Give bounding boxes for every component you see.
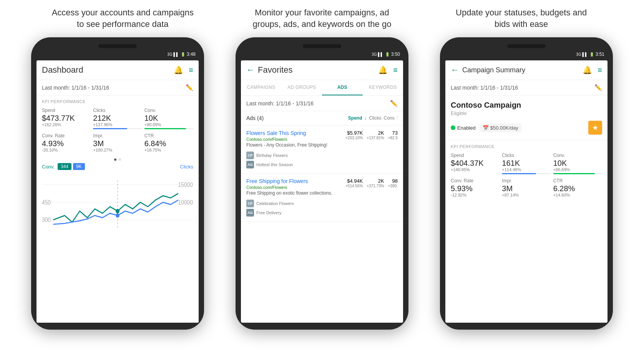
chart-svg-1: 450 300 15000 10000 — [42, 172, 193, 233]
header-icons-1: 🔔 ≡ — [174, 65, 193, 75]
ad-metric-conv-2: 98 +390. — [388, 178, 398, 188]
battery-icon-2: 🔋 — [385, 52, 390, 57]
ad-url-2: Contoso.com/Flowers — [246, 185, 344, 190]
kpi-spend-change: +162.26% — [42, 122, 91, 127]
kpi-clicks-bar — [93, 128, 142, 129]
phone-top-1: 3G ▌▌ 🔋 3:48 — [37, 44, 199, 58]
ad-tags-2: CP Celebration Flowers AG Free Delivery — [246, 200, 398, 217]
ad-metric-spend-2: $4.94K +514.56% — [345, 178, 363, 188]
phone-3: 3G ▌▌ 🔋 3:51 ← Campaign Summary 🔔 ≡ Last… — [440, 37, 613, 330]
kpi-convrate-1: Conv. Rate 4.93% -20.10% — [42, 133, 91, 152]
green-dot — [451, 125, 455, 130]
kpi-conv-1: Conv. 10K +90.09% — [144, 108, 193, 129]
ad-title-2[interactable]: Free Shipping for Flowers — [246, 178, 344, 184]
header-title-1: Dashboard — [42, 65, 174, 75]
screen-1: Dashboard 🔔 ≡ Last month: 1/1/16 - 1/31/… — [37, 60, 199, 323]
menu-icon-1[interactable]: ≡ — [189, 66, 193, 75]
kpi3-clicks-bar — [502, 173, 551, 174]
tab-keywords[interactable]: KEYWORDS — [363, 80, 403, 95]
kpi-clicks-change: +137.96% — [93, 122, 142, 127]
ad-title-1[interactable]: Flowers Sale This Spring — [246, 130, 344, 136]
phone-2: 3G ▌▌ 🔋 3:50 ← Favorites 🔔 ≡ CAMPAIGNS A… — [236, 37, 408, 330]
tag-label-cp-1: Birthday Flowers — [256, 153, 288, 158]
back-icon-3[interactable]: ← — [451, 65, 459, 75]
kpi-grid-3: Spend $404.37K +140.95% Clicks 161K +114… — [451, 153, 602, 197]
time-2: 3:50 — [391, 52, 400, 57]
budget-badge: 📅 $50.00K/day — [480, 123, 521, 132]
ad-item-2: Free Shipping for Flowers Contoso.com/Fl… — [241, 173, 403, 222]
sort-arrow[interactable]: ↓ — [365, 115, 367, 121]
caption-1: Access your accounts and campaigns to se… — [30, 7, 215, 30]
tab-ads[interactable]: ADS — [322, 80, 363, 95]
date-bar-3: Last month: 1/1/16 - 1/31/16 ✏️ — [445, 80, 607, 95]
tag-label-ag-1: Hottest this Season — [256, 162, 293, 167]
tab-adgroups[interactable]: AD GROUPS — [282, 80, 322, 95]
bell-icon-3[interactable]: 🔔 — [583, 65, 592, 75]
kpi-convrate-change: -20.10% — [42, 148, 91, 152]
speaker-2 — [303, 44, 341, 48]
caption-3: Update your statuses, budgets and bids w… — [429, 7, 614, 30]
enabled-label: Enabled — [457, 125, 476, 131]
campaign-summary: Contoso Campaign Eligible Enabled 📅 $50.… — [445, 95, 607, 140]
tag-label-ag-2: Free Delivery — [256, 210, 281, 215]
tag-badge-cp-1: CP — [246, 152, 254, 159]
edit-icon-1[interactable]: ✏️ — [186, 84, 193, 91]
star-button[interactable]: ★ — [588, 121, 602, 135]
chart-area-1: Conv. 344 9K Clicks 450 300 15 — [37, 163, 199, 323]
status-bar-3: 3G ▌▌ 🔋 3:51 — [445, 50, 607, 58]
app-header-1: Dashboard 🔔 ≡ — [37, 60, 199, 80]
kpi3-ctr: CTR 6.28% +14.60% — [553, 178, 602, 197]
kpi-impr-name: Impr. — [93, 133, 142, 138]
dot-1 — [114, 158, 116, 161]
conv-legend: Conv. — [42, 164, 55, 170]
kpi-spend-value: $473.77K — [42, 114, 91, 122]
tag-label-cp-2: Celebration Flowers — [256, 201, 294, 206]
signal-icon: 3G ▌▌ — [167, 52, 179, 57]
kpi-clicks-name: Clicks — [93, 108, 142, 113]
ad-desc-1: Flowers - Any Occasion, Free Shipping! — [246, 142, 344, 148]
battery-icon-3: 🔋 — [589, 52, 594, 57]
bell-icon-2[interactable]: 🔔 — [378, 65, 388, 75]
back-icon-2[interactable]: ← — [246, 65, 255, 75]
signal-icon-3: 3G ▌▌ — [576, 52, 588, 57]
ads-count: Ads (4) — [246, 115, 264, 121]
budget-value: $50.00K/day — [490, 125, 518, 131]
status-bar-1: 3G ▌▌ 🔋 3:48 — [37, 50, 199, 58]
kpi-spend-name: Spend — [42, 108, 91, 113]
phones-container: 3G ▌▌ 🔋 3:48 Dashboard 🔔 ≡ Last month: 1… — [0, 37, 644, 330]
svg-text:15000: 15000 — [178, 181, 193, 188]
col-conv: Conv. — [384, 115, 398, 121]
kpi-grid-1: Spend $473.77K +162.26% Clicks 212K +137… — [42, 108, 193, 152]
kpi-impr-1: Impr. 3M +100.27% — [93, 133, 142, 152]
time-1: 3:48 — [187, 52, 196, 57]
kpi-section-3: KPI PERFORMANCE Spend $404.37K +140.95% … — [445, 140, 607, 201]
col-spend: Spend — [348, 115, 362, 121]
menu-icon-3[interactable]: ≡ — [598, 66, 602, 75]
phone-top-3: 3G ▌▌ 🔋 3:51 — [445, 44, 607, 58]
kpi-ctr-name: CTR — [144, 133, 193, 138]
header-icons-2: 🔔 ≡ — [378, 65, 398, 75]
ads-header-2: Ads (4) Spend ↓ Clicks Conv. — [241, 111, 403, 125]
bell-icon-1[interactable]: 🔔 — [174, 65, 183, 75]
svg-point-8 — [116, 209, 120, 213]
speaker-3 — [507, 44, 546, 48]
date-bar-2: Last month: 1/1/16 - 1/31/16 ✏️ — [241, 96, 403, 111]
tag-badge-ag-2: AG — [246, 209, 254, 217]
edit-icon-3[interactable]: ✏️ — [594, 84, 602, 91]
kpi3-conv: Conv. 10K +86.69% — [553, 153, 602, 174]
ad-desc-2: Free Shipping on exotic flower collectio… — [246, 190, 344, 196]
header-icons-3: 🔔 ≡ — [583, 65, 602, 75]
kpi-convrate-name: Conv. Rate — [42, 133, 91, 138]
date-bar-1: Last month: 1/1/16 - 1/31/16 ✏️ — [37, 80, 199, 95]
edit-icon-2[interactable]: ✏️ — [390, 100, 398, 107]
enabled-badge: Enabled — [451, 125, 476, 131]
col-clicks: Clicks — [369, 115, 382, 121]
tab-campaigns[interactable]: CAMPAIGNS — [241, 80, 282, 95]
svg-text:450: 450 — [42, 199, 51, 206]
kpi-label-1: KPI PERFORMANCE — [42, 99, 193, 104]
menu-icon-2[interactable]: ≡ — [393, 66, 398, 75]
tag-badge-cp-2: CP — [246, 200, 254, 207]
campaign-status: Eligible — [451, 110, 602, 116]
clicks-bubble: 9K — [73, 163, 85, 170]
date-text-1: Last month: 1/1/16 - 1/31/16 — [42, 85, 109, 91]
